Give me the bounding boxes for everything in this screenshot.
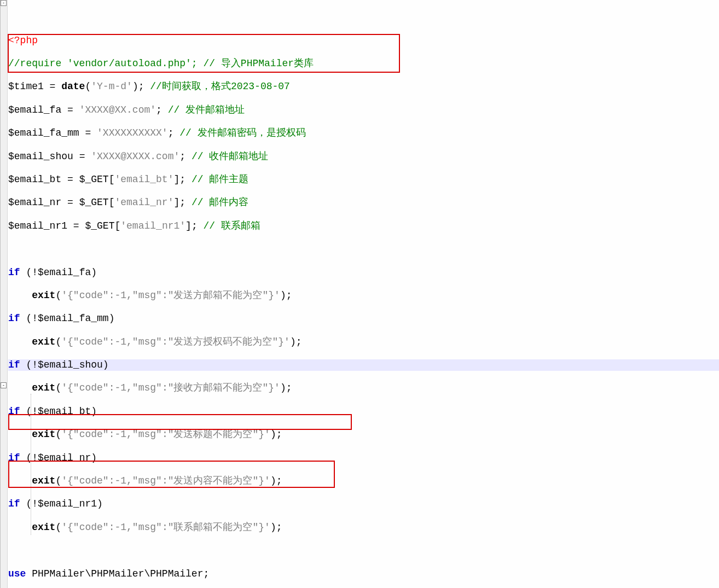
code-line[interactable] — [8, 243, 314, 255]
code-content[interactable]: <?php //require 'vendor/autoload.php'; /… — [8, 23, 314, 588]
code-line[interactable]: exit('{"code":-1,"msg":"发送方邮箱不能为空"}'); — [8, 290, 314, 301]
code-line[interactable]: exit('{"code":-1,"msg":"联系邮箱不能为空"}'); — [8, 522, 314, 533]
code-line[interactable]: //require 'vendor/autoload.php'; // 导入PH… — [8, 58, 314, 69]
code-line[interactable]: exit('{"code":-1,"msg":"发送方授权码不能为空"}'); — [8, 336, 314, 348]
code-line[interactable]: $email_shou = 'XXXX@XXXX.com'; // 收件邮箱地址 — [8, 151, 314, 162]
code-line[interactable]: $time1 = date('Y-m-d'); //时间获取，格式2023-08… — [8, 81, 314, 92]
code-line[interactable]: $email_bt = $_GET['email_bt']; // 邮件主题 — [8, 174, 314, 185]
code-line[interactable]: <?php — [8, 35, 314, 46]
code-line[interactable]: if (!$email_bt) — [8, 406, 314, 417]
code-line[interactable]: $email_fa = 'XXXX@XX.com'; // 发件邮箱地址 — [8, 104, 314, 116]
code-line[interactable]: exit('{"code":-1,"msg":"发送内容不能为空"}'); — [8, 475, 314, 487]
code-editor[interactable]: - - <?php //require 'vendor/autoload.php… — [0, 0, 719, 588]
code-line[interactable]: exit('{"code":-1,"msg":"接收方邮箱不能为空"}'); — [8, 382, 314, 394]
fold-marker-icon[interactable]: - — [1, 382, 7, 388]
code-line[interactable]: $email_fa_mm = 'XXXXXXXXXX'; // 发件邮箱密码，是… — [8, 127, 314, 139]
fold-gutter: - - — [1, 0, 8, 588]
code-line[interactable]: if (!$email_nr1) — [8, 498, 314, 510]
code-line[interactable]: exit('{"code":-1,"msg":"发送标题不能为空"}'); — [8, 429, 314, 440]
code-line[interactable]: use PHPMailer\PHPMailer\PHPMailer; — [8, 568, 314, 580]
code-line[interactable] — [8, 545, 314, 556]
code-line[interactable]: if (!$email_fa_mm) — [8, 313, 314, 324]
code-line[interactable]: if (!$email_nr) — [8, 452, 314, 464]
code-line[interactable]: if (!$email_shou) — [8, 359, 314, 371]
code-line[interactable]: $email_nr = $_GET['email_nr']; // 邮件内容 — [8, 197, 314, 208]
code-line[interactable]: if (!$email_fa) — [8, 267, 314, 278]
fold-marker-icon[interactable]: - — [1, 0, 7, 6]
code-line[interactable]: $email_nr1 = $_GET['email_nr1']; // 联系邮箱 — [8, 220, 314, 232]
